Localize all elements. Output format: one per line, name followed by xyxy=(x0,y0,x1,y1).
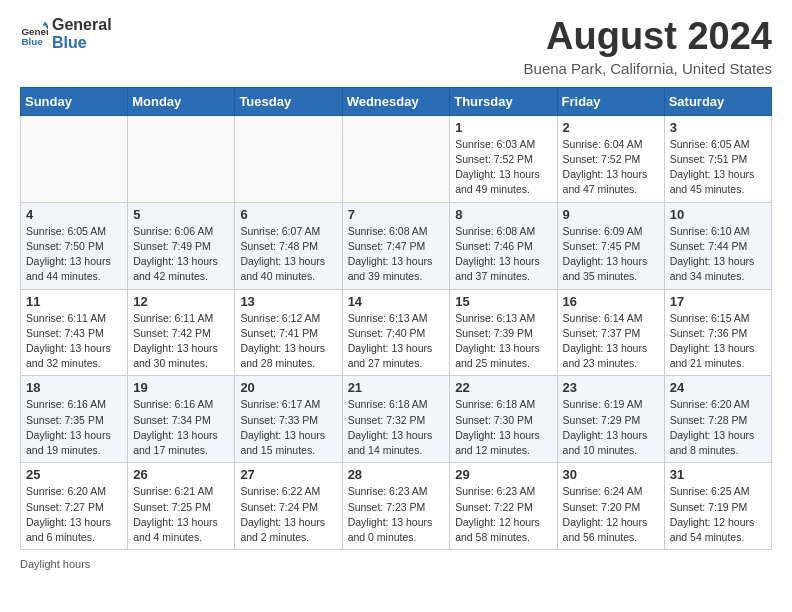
day-info: Sunrise: 6:05 AMSunset: 7:50 PMDaylight:… xyxy=(26,224,122,285)
day-info: Sunrise: 6:18 AMSunset: 7:32 PMDaylight:… xyxy=(348,397,445,458)
calendar-cell: 26Sunrise: 6:21 AMSunset: 7:25 PMDayligh… xyxy=(128,463,235,550)
day-number: 31 xyxy=(670,467,766,482)
calendar-cell: 31Sunrise: 6:25 AMSunset: 7:19 PMDayligh… xyxy=(664,463,771,550)
calendar-cell xyxy=(128,115,235,202)
calendar-cell: 18Sunrise: 6:16 AMSunset: 7:35 PMDayligh… xyxy=(21,376,128,463)
day-info: Sunrise: 6:22 AMSunset: 7:24 PMDaylight:… xyxy=(240,484,336,545)
calendar-header-monday: Monday xyxy=(128,87,235,115)
calendar-cell: 16Sunrise: 6:14 AMSunset: 7:37 PMDayligh… xyxy=(557,289,664,376)
logo-icon: General Blue xyxy=(20,20,48,48)
day-number: 26 xyxy=(133,467,229,482)
day-info: Sunrise: 6:16 AMSunset: 7:34 PMDaylight:… xyxy=(133,397,229,458)
day-info: Sunrise: 6:23 AMSunset: 7:22 PMDaylight:… xyxy=(455,484,551,545)
day-number: 1 xyxy=(455,120,551,135)
day-number: 23 xyxy=(563,380,659,395)
calendar-cell: 9Sunrise: 6:09 AMSunset: 7:45 PMDaylight… xyxy=(557,202,664,289)
main-title: August 2024 xyxy=(524,16,772,58)
day-info: Sunrise: 6:21 AMSunset: 7:25 PMDaylight:… xyxy=(133,484,229,545)
calendar-cell xyxy=(342,115,450,202)
day-number: 29 xyxy=(455,467,551,482)
daylight-label: Daylight hours xyxy=(20,558,90,570)
calendar-week-5: 25Sunrise: 6:20 AMSunset: 7:27 PMDayligh… xyxy=(21,463,772,550)
day-info: Sunrise: 6:06 AMSunset: 7:49 PMDaylight:… xyxy=(133,224,229,285)
day-info: Sunrise: 6:17 AMSunset: 7:33 PMDaylight:… xyxy=(240,397,336,458)
day-number: 13 xyxy=(240,294,336,309)
calendar-week-4: 18Sunrise: 6:16 AMSunset: 7:35 PMDayligh… xyxy=(21,376,772,463)
day-number: 21 xyxy=(348,380,445,395)
day-number: 24 xyxy=(670,380,766,395)
day-number: 8 xyxy=(455,207,551,222)
day-number: 14 xyxy=(348,294,445,309)
calendar-cell: 2Sunrise: 6:04 AMSunset: 7:52 PMDaylight… xyxy=(557,115,664,202)
svg-text:Blue: Blue xyxy=(21,36,43,47)
calendar-week-2: 4Sunrise: 6:05 AMSunset: 7:50 PMDaylight… xyxy=(21,202,772,289)
day-number: 30 xyxy=(563,467,659,482)
calendar-cell: 23Sunrise: 6:19 AMSunset: 7:29 PMDayligh… xyxy=(557,376,664,463)
day-number: 7 xyxy=(348,207,445,222)
day-number: 9 xyxy=(563,207,659,222)
day-info: Sunrise: 6:07 AMSunset: 7:48 PMDaylight:… xyxy=(240,224,336,285)
subtitle: Buena Park, California, United States xyxy=(524,60,772,77)
calendar-cell: 10Sunrise: 6:10 AMSunset: 7:44 PMDayligh… xyxy=(664,202,771,289)
day-info: Sunrise: 6:05 AMSunset: 7:51 PMDaylight:… xyxy=(670,137,766,198)
day-number: 6 xyxy=(240,207,336,222)
day-info: Sunrise: 6:13 AMSunset: 7:40 PMDaylight:… xyxy=(348,311,445,372)
calendar-cell: 6Sunrise: 6:07 AMSunset: 7:48 PMDaylight… xyxy=(235,202,342,289)
calendar-cell: 28Sunrise: 6:23 AMSunset: 7:23 PMDayligh… xyxy=(342,463,450,550)
day-number: 15 xyxy=(455,294,551,309)
logo-blue: Blue xyxy=(52,34,112,52)
day-info: Sunrise: 6:25 AMSunset: 7:19 PMDaylight:… xyxy=(670,484,766,545)
calendar-cell: 3Sunrise: 6:05 AMSunset: 7:51 PMDaylight… xyxy=(664,115,771,202)
calendar-cell: 5Sunrise: 6:06 AMSunset: 7:49 PMDaylight… xyxy=(128,202,235,289)
day-number: 18 xyxy=(26,380,122,395)
calendar-cell: 19Sunrise: 6:16 AMSunset: 7:34 PMDayligh… xyxy=(128,376,235,463)
calendar-cell: 14Sunrise: 6:13 AMSunset: 7:40 PMDayligh… xyxy=(342,289,450,376)
footer: Daylight hours xyxy=(20,558,772,570)
day-info: Sunrise: 6:08 AMSunset: 7:46 PMDaylight:… xyxy=(455,224,551,285)
calendar-cell: 11Sunrise: 6:11 AMSunset: 7:43 PMDayligh… xyxy=(21,289,128,376)
day-info: Sunrise: 6:11 AMSunset: 7:43 PMDaylight:… xyxy=(26,311,122,372)
day-number: 5 xyxy=(133,207,229,222)
calendar-header-saturday: Saturday xyxy=(664,87,771,115)
header: General Blue General Blue August 2024 Bu… xyxy=(20,16,772,77)
calendar-cell: 30Sunrise: 6:24 AMSunset: 7:20 PMDayligh… xyxy=(557,463,664,550)
calendar-header-row: SundayMondayTuesdayWednesdayThursdayFrid… xyxy=(21,87,772,115)
calendar-cell xyxy=(235,115,342,202)
day-number: 19 xyxy=(133,380,229,395)
day-info: Sunrise: 6:09 AMSunset: 7:45 PMDaylight:… xyxy=(563,224,659,285)
calendar-header-sunday: Sunday xyxy=(21,87,128,115)
day-number: 17 xyxy=(670,294,766,309)
calendar-cell: 17Sunrise: 6:15 AMSunset: 7:36 PMDayligh… xyxy=(664,289,771,376)
day-info: Sunrise: 6:18 AMSunset: 7:30 PMDaylight:… xyxy=(455,397,551,458)
day-number: 2 xyxy=(563,120,659,135)
day-info: Sunrise: 6:20 AMSunset: 7:27 PMDaylight:… xyxy=(26,484,122,545)
day-info: Sunrise: 6:12 AMSunset: 7:41 PMDaylight:… xyxy=(240,311,336,372)
day-info: Sunrise: 6:04 AMSunset: 7:52 PMDaylight:… xyxy=(563,137,659,198)
calendar-cell: 15Sunrise: 6:13 AMSunset: 7:39 PMDayligh… xyxy=(450,289,557,376)
calendar-week-3: 11Sunrise: 6:11 AMSunset: 7:43 PMDayligh… xyxy=(21,289,772,376)
calendar-cell xyxy=(21,115,128,202)
day-info: Sunrise: 6:24 AMSunset: 7:20 PMDaylight:… xyxy=(563,484,659,545)
day-info: Sunrise: 6:14 AMSunset: 7:37 PMDaylight:… xyxy=(563,311,659,372)
calendar-cell: 25Sunrise: 6:20 AMSunset: 7:27 PMDayligh… xyxy=(21,463,128,550)
day-number: 20 xyxy=(240,380,336,395)
calendar-cell: 24Sunrise: 6:20 AMSunset: 7:28 PMDayligh… xyxy=(664,376,771,463)
day-info: Sunrise: 6:03 AMSunset: 7:52 PMDaylight:… xyxy=(455,137,551,198)
calendar-cell: 8Sunrise: 6:08 AMSunset: 7:46 PMDaylight… xyxy=(450,202,557,289)
calendar-header-friday: Friday xyxy=(557,87,664,115)
calendar-cell: 7Sunrise: 6:08 AMSunset: 7:47 PMDaylight… xyxy=(342,202,450,289)
calendar-cell: 27Sunrise: 6:22 AMSunset: 7:24 PMDayligh… xyxy=(235,463,342,550)
calendar-header-thursday: Thursday xyxy=(450,87,557,115)
logo: General Blue General Blue xyxy=(20,16,112,51)
day-number: 12 xyxy=(133,294,229,309)
day-info: Sunrise: 6:15 AMSunset: 7:36 PMDaylight:… xyxy=(670,311,766,372)
calendar-cell: 20Sunrise: 6:17 AMSunset: 7:33 PMDayligh… xyxy=(235,376,342,463)
calendar-cell: 22Sunrise: 6:18 AMSunset: 7:30 PMDayligh… xyxy=(450,376,557,463)
day-number: 22 xyxy=(455,380,551,395)
day-info: Sunrise: 6:20 AMSunset: 7:28 PMDaylight:… xyxy=(670,397,766,458)
day-number: 16 xyxy=(563,294,659,309)
day-number: 3 xyxy=(670,120,766,135)
day-info: Sunrise: 6:08 AMSunset: 7:47 PMDaylight:… xyxy=(348,224,445,285)
calendar-week-1: 1Sunrise: 6:03 AMSunset: 7:52 PMDaylight… xyxy=(21,115,772,202)
logo-general: General xyxy=(52,16,112,34)
